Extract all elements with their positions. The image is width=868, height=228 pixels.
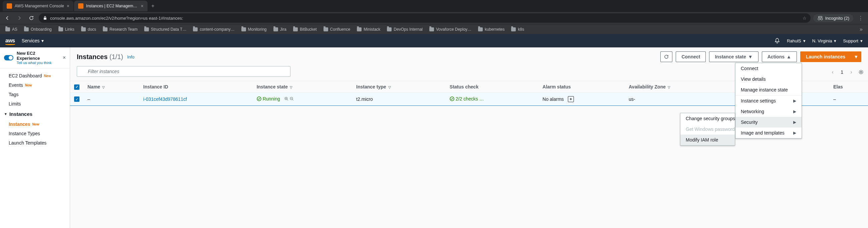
sidebar-item-instance-types[interactable]: Instance Types <box>0 129 70 138</box>
menu-item-networking[interactable]: Networking▶ <box>736 106 802 117</box>
security-submenu: Change security groups Get Windows passw… <box>680 113 735 145</box>
refresh-button[interactable] <box>660 52 672 62</box>
actions-button[interactable]: Actions ▲ <box>762 52 797 62</box>
row-checkbox[interactable]: ✓ <box>74 96 80 102</box>
folder-icon <box>478 27 483 31</box>
star-icon[interactable]: ☆ <box>803 16 807 21</box>
sidebar-item-tags[interactable]: Tags <box>0 90 70 99</box>
bookmark-item[interactable]: Structured Data T… <box>142 26 189 33</box>
filter-input[interactable] <box>77 66 290 77</box>
check-circle-icon <box>450 96 454 101</box>
bell-icon <box>774 38 780 44</box>
bookmark-item[interactable]: Research Team <box>100 26 140 33</box>
region-menu[interactable]: N. Virginia ▾ <box>812 38 837 43</box>
sidebar-item-limits[interactable]: Limits <box>0 99 70 108</box>
bookmark-item[interactable]: BitBucket <box>290 26 319 33</box>
folder-icon <box>323 27 328 31</box>
sidebar-section-instances[interactable]: ▼ Instances <box>0 108 70 120</box>
menu-item-change-sg[interactable]: Change security groups <box>680 113 735 124</box>
header-actions: Connect Instance state ▼ Actions ▲ Launc… <box>660 52 861 62</box>
new-badge: New <box>32 123 39 126</box>
new-experience-toggle[interactable] <box>4 55 13 60</box>
refresh-icon <box>664 54 669 59</box>
reload-button[interactable] <box>27 13 36 23</box>
sort-icon[interactable]: ▽ <box>668 86 670 89</box>
bookmark-item[interactable]: k8s <box>508 26 527 33</box>
instance-id-link[interactable]: i-031cef43d978611cf <box>143 96 187 102</box>
user-menu[interactable]: RahulS ▾ <box>787 38 806 43</box>
feedback-link[interactable]: Tell us what you think <box>17 61 59 65</box>
content-area: Instances (1/1) Info Connect Instance st… <box>70 47 868 228</box>
content-header: Instances (1/1) Info Connect Instance st… <box>70 47 868 66</box>
bookmark-item[interactable]: Onboarding <box>21 26 54 33</box>
browser-tab[interactable]: AWS Management Console × <box>3 1 73 11</box>
bookmark-item[interactable]: AS <box>3 26 20 33</box>
bookmark-item[interactable]: docs <box>79 26 99 33</box>
bookmark-item[interactable]: Monitoring <box>239 26 270 33</box>
pager-prev[interactable]: ‹ <box>829 68 837 76</box>
new-tab-button[interactable]: + <box>148 1 158 11</box>
incognito-badge[interactable]: Incognito (2) <box>813 14 853 22</box>
bookmark-item[interactable]: Confluence <box>321 26 353 33</box>
state-filter-icons[interactable] <box>284 96 294 101</box>
connect-button[interactable]: Connect <box>676 52 706 62</box>
bookmark-item[interactable]: Ministack <box>354 26 383 33</box>
folder-icon <box>273 27 278 31</box>
bookmark-item[interactable]: DevOps Internal <box>384 26 425 33</box>
aws-favicon <box>7 3 12 9</box>
sidebar-item-dashboard[interactable]: EC2 DashboardNew <box>0 71 70 80</box>
folder-icon <box>193 27 198 31</box>
sort-icon[interactable]: ▽ <box>290 86 292 89</box>
menu-item-connect[interactable]: Connect <box>736 63 802 74</box>
menu-item-instance-settings[interactable]: Instance settings▶ <box>736 95 802 106</box>
banner-title: New EC2 Experience <box>17 51 59 61</box>
menu-item-security[interactable]: Security▶ <box>736 117 802 128</box>
close-icon[interactable]: × <box>67 3 69 9</box>
check-circle-icon <box>257 96 261 101</box>
bookmark-item[interactable]: kubernetes <box>475 26 507 33</box>
chevron-down-icon: ▼ <box>854 54 858 59</box>
menu-item-manage-state[interactable]: Manage instance state <box>736 85 802 95</box>
svg-rect-0 <box>44 18 46 20</box>
browser-menu-button[interactable]: ⋮ <box>856 15 865 21</box>
sidebar-item-instances[interactable]: InstancesNew <box>0 120 70 129</box>
sidebar: New EC2 Experience Tell us what you thin… <box>0 47 70 228</box>
status-check-badge: 2/2 checks … <box>450 96 484 101</box>
close-icon[interactable]: × <box>63 55 66 61</box>
menu-item-view-details[interactable]: View details <box>736 74 802 85</box>
forward-button[interactable] <box>15 13 24 23</box>
gear-icon[interactable] <box>858 69 864 75</box>
select-all-checkbox[interactable]: ✓ <box>74 85 80 90</box>
info-link[interactable]: Info <box>127 55 134 59</box>
new-experience-banner: New EC2 Experience Tell us what you thin… <box>0 47 70 68</box>
chevron-right-icon: ▶ <box>793 98 796 103</box>
back-button[interactable] <box>3 13 12 23</box>
chevron-down-icon: ▾ <box>41 38 44 43</box>
sidebar-item-launch-templates[interactable]: Launch Templates <box>0 138 70 148</box>
launch-instances-dropdown[interactable]: ▼ <box>850 52 861 62</box>
sidebar-item-events[interactable]: EventsNew <box>0 80 70 90</box>
menu-item-image-templates[interactable]: Image and templates▶ <box>736 128 802 138</box>
menu-item-modify-iam[interactable]: Modify IAM role <box>680 134 735 145</box>
zoom-out-icon <box>289 96 294 101</box>
bookmark-item[interactable]: content-company… <box>190 26 237 33</box>
bookmark-item[interactable]: Vovaforce Deploy… <box>427 26 474 33</box>
aws-logo[interactable]: aws <box>5 38 15 44</box>
pager-next[interactable]: › <box>847 68 855 76</box>
lock-icon <box>43 16 48 20</box>
bookmark-item[interactable]: Jira <box>271 26 289 33</box>
sort-icon[interactable]: ▽ <box>102 86 105 89</box>
instance-state-button[interactable]: Instance state ▼ <box>709 52 758 62</box>
launch-instances-button[interactable]: Launch instances <box>800 52 850 62</box>
notifications-button[interactable] <box>774 38 780 44</box>
bookmarks-overflow[interactable]: » <box>857 26 865 32</box>
support-menu[interactable]: Support ▾ <box>843 38 863 43</box>
sort-icon[interactable]: ▽ <box>388 86 391 89</box>
browser-tab[interactable]: Instances | EC2 Management C × <box>74 1 148 11</box>
add-alarm-button[interactable]: + <box>568 96 574 102</box>
url-input[interactable]: console.aws.amazon.com/ec2/v2/home?regio… <box>39 13 811 23</box>
services-menu[interactable]: Services ▾ <box>22 38 44 43</box>
bookmark-item[interactable]: Links <box>56 26 77 33</box>
close-icon[interactable]: × <box>141 3 144 9</box>
chevron-right-icon: ▶ <box>793 120 796 125</box>
